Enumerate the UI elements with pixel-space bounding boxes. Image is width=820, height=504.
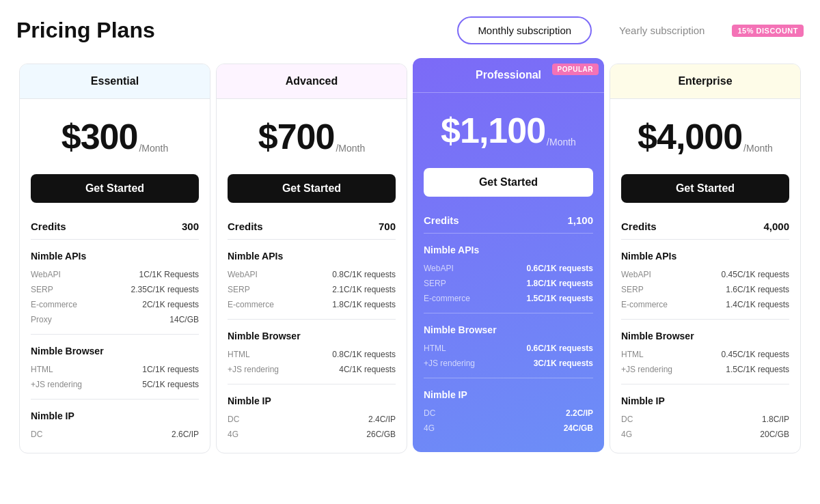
yearly-billing-button[interactable]: Yearly subscription xyxy=(600,18,724,43)
section-divider xyxy=(424,313,593,313)
feature-row: E-commerce1.8C/1K requests xyxy=(228,297,396,312)
plans-grid: Essential$300/MonthGet StartedCredits300… xyxy=(16,64,804,453)
feature-row: +JS rendering5C/1K requests xyxy=(31,377,199,392)
feature-label: E-commerce xyxy=(228,300,274,309)
browser-title-advanced: Nimble Browser xyxy=(228,331,396,341)
feature-label: SERP xyxy=(424,279,446,288)
apis-title-professional: Nimble APIs xyxy=(424,244,593,255)
feature-value: 1.8C/1K requests xyxy=(527,279,593,288)
credits-value-professional: 1,100 xyxy=(567,214,593,226)
get-started-button-professional[interactable]: Get Started xyxy=(424,168,593,197)
feature-label: HTML xyxy=(621,350,644,359)
monthly-billing-button[interactable]: Monthly subscription xyxy=(457,16,592,44)
feature-row: Proxy14C/GB xyxy=(31,312,199,327)
feature-label: +JS rendering xyxy=(424,359,475,368)
feature-label: SERP xyxy=(228,285,250,294)
feature-row: 4G20C/GB xyxy=(621,427,789,442)
feature-label: E-commerce xyxy=(424,294,470,303)
feature-row: WebAPI0.8C/1K requests xyxy=(228,267,396,282)
feature-row: +JS rendering3C/1K requests xyxy=(424,356,593,371)
feature-row: SERP2.1C/1K requests xyxy=(228,282,396,297)
discount-badge: 15% DISCOUNT xyxy=(732,25,804,37)
section-divider xyxy=(228,319,396,320)
feature-label: WebAPI xyxy=(31,270,61,279)
ip-title-professional: Nimble IP xyxy=(424,389,593,400)
get-started-button-enterprise[interactable]: Get Started xyxy=(621,174,789,203)
feature-row: +JS rendering4C/1K requests xyxy=(228,362,396,377)
get-started-button-advanced[interactable]: Get Started xyxy=(228,174,396,203)
feature-value: 1.5C/1K requests xyxy=(527,294,593,303)
browser-title-professional: Nimble Browser xyxy=(424,324,593,335)
price-amount-essential: $300 xyxy=(62,116,138,157)
plan-card-advanced: Advanced$700/MonthGet StartedCredits700N… xyxy=(216,64,407,453)
browser-title-essential: Nimble Browser xyxy=(31,346,199,356)
feature-label: 4G xyxy=(424,423,435,433)
ip-title-enterprise: Nimble IP xyxy=(621,395,789,406)
feature-value: 1.6C/1K requests xyxy=(726,285,789,294)
credits-label-enterprise: Credits xyxy=(621,221,657,232)
feature-label: Proxy xyxy=(31,315,52,324)
feature-value: 1.5C/1K requests xyxy=(726,365,789,374)
credits-label-essential: Credits xyxy=(31,221,66,232)
apis-title-enterprise: Nimble APIs xyxy=(621,251,789,262)
feature-label: 4G xyxy=(621,430,632,439)
feature-row: SERP2.35C/1K requests xyxy=(31,282,199,297)
plan-card-professional: ProfessionalPOPULAR$1,100/MonthGet Start… xyxy=(413,58,604,452)
price-amount-advanced: $700 xyxy=(258,116,335,157)
feature-row: HTML0.45C/1K requests xyxy=(621,347,789,362)
plan-header-professional: ProfessionalPOPULAR xyxy=(413,58,604,93)
feature-label: HTML xyxy=(424,344,446,353)
feature-label: HTML xyxy=(31,365,53,374)
billing-toggle: Monthly subscription Yearly subscription… xyxy=(457,16,804,44)
feature-row: E-commerce1.4C/1K requests xyxy=(621,297,789,312)
price-period-professional: /Month xyxy=(547,137,576,154)
feature-row: DC2.6C/IP xyxy=(31,427,199,442)
feature-value: 0.45C/1K requests xyxy=(722,350,789,359)
section-divider xyxy=(424,378,593,378)
credits-value-advanced: 700 xyxy=(379,221,396,232)
feature-value: 5C/1K requests xyxy=(142,380,199,389)
feature-row: 4G26C/GB xyxy=(228,427,396,442)
credits-row-essential: Credits300 xyxy=(31,214,199,240)
feature-value: 1.8C/1K requests xyxy=(332,300,396,309)
feature-row: +JS rendering1.5C/1K requests xyxy=(621,362,789,377)
plan-card-essential: Essential$300/MonthGet StartedCredits300… xyxy=(19,64,210,453)
credits-row-professional: Credits1,100 xyxy=(424,208,593,234)
feature-label: DC xyxy=(228,415,239,424)
price-period-advanced: /Month xyxy=(336,143,365,160)
feature-row: E-commerce2C/1K requests xyxy=(31,297,199,312)
feature-row: SERP1.6C/1K requests xyxy=(621,282,789,297)
plan-price-essential: $300/Month xyxy=(31,113,199,160)
feature-label: HTML xyxy=(228,350,250,359)
feature-label: DC xyxy=(31,430,42,439)
feature-label: WebAPI xyxy=(228,270,258,279)
feature-value: 2.35C/1K requests xyxy=(131,285,199,294)
feature-row: DC2.2C/IP xyxy=(424,406,593,421)
credits-row-enterprise: Credits4,000 xyxy=(621,214,789,240)
feature-value: 1C/1K Requests xyxy=(139,270,199,279)
price-period-enterprise: /Month xyxy=(743,143,773,160)
feature-value: 0.6C/1K requests xyxy=(527,264,593,273)
feature-label: WebAPI xyxy=(621,270,651,279)
feature-value: 24C/GB xyxy=(564,423,593,433)
feature-label: SERP xyxy=(31,285,53,294)
feature-row: DC2.4C/IP xyxy=(228,412,396,427)
feature-value: 14C/GB xyxy=(169,315,199,324)
get-started-button-essential[interactable]: Get Started xyxy=(31,174,199,203)
credits-label-professional: Credits xyxy=(424,214,459,226)
feature-value: 2C/1K requests xyxy=(142,300,199,309)
feature-label: +JS rendering xyxy=(31,380,82,389)
feature-row: WebAPI0.6C/1K requests xyxy=(424,261,593,276)
ip-title-essential: Nimble IP xyxy=(31,410,199,421)
plan-body-professional: $1,100/MonthGet StartedCredits1,100Nimbl… xyxy=(413,93,604,447)
section-divider xyxy=(31,399,199,400)
plan-price-enterprise: $4,000/Month xyxy=(621,113,789,160)
plan-price-advanced: $700/Month xyxy=(228,113,396,160)
feature-value: 3C/1K requests xyxy=(534,359,593,368)
feature-value: 1C/1K requests xyxy=(142,365,199,374)
feature-value: 4C/1K requests xyxy=(339,365,396,374)
plan-header-advanced: Advanced xyxy=(217,64,407,99)
feature-value: 26C/GB xyxy=(366,430,396,439)
plan-body-essential: $300/MonthGet StartedCredits300Nimble AP… xyxy=(20,99,210,453)
section-divider xyxy=(621,319,789,320)
